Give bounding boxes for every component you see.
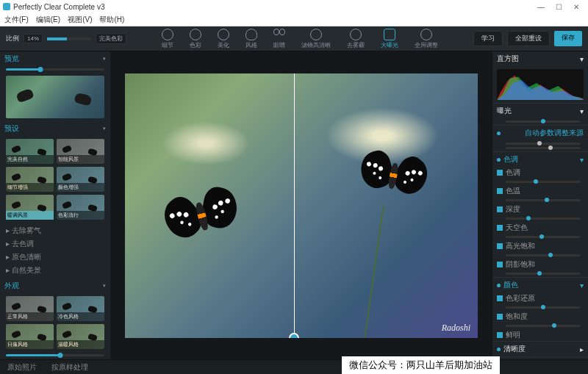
exposure-slider[interactable] (506, 121, 581, 123)
reset-all-button[interactable]: 全部重设 (507, 31, 550, 46)
preview-image[interactable]: Radoshi (125, 73, 478, 338)
tool-face[interactable]: 美化 (218, 29, 229, 49)
menu-bar: 文件(F) 编辑(E) 视图(V) 帮助(H) (0, 13, 588, 26)
preset-thumb[interactable]: 智能风景 (57, 139, 104, 164)
splitter-handle-icon[interactable] (289, 333, 299, 338)
palette-icon (190, 29, 201, 40)
slider-label: 色彩还原 (506, 293, 535, 303)
slider-row: 饱和度 (492, 311, 588, 323)
tool-label: 去雾霾 (347, 41, 365, 49)
toolbar: 比例 14% 完美色彩 细节色彩美化风格眼睛滤镜高清晰去雾霾大曝光全局调整 学习… (0, 26, 588, 51)
look-thumb[interactable]: 冷色风格 (57, 296, 104, 321)
checkbox[interactable] (497, 188, 503, 194)
tool-label: 眼睛 (273, 41, 285, 49)
slider-row: 深度 (492, 204, 588, 215)
tool-palette[interactable]: 色彩 (190, 29, 201, 49)
tool-label: 风格 (245, 41, 257, 49)
presets-header[interactable]: 预设▾ (0, 121, 110, 136)
auto-params-header[interactable]: 自动参数调整来源 (492, 126, 588, 140)
checkbox[interactable] (497, 206, 503, 212)
tool-frame[interactable]: 大曝光 (381, 29, 398, 49)
auto-slider-2[interactable] (506, 147, 581, 149)
menu-view[interactable]: 视图(V) (68, 15, 92, 25)
color-slider[interactable] (506, 325, 581, 327)
preset-item[interactable]: ▸ 自然美景 (6, 264, 104, 277)
compare-splitter[interactable] (294, 73, 295, 338)
save-button[interactable]: 保存 (554, 31, 582, 46)
app-icon (3, 3, 10, 10)
look-caption: 冷色风格 (57, 312, 104, 321)
exposure-header[interactable]: 曝光▾ (492, 104, 588, 118)
zoom-slider[interactable] (47, 37, 91, 40)
preset-item[interactable]: ▸ 去除雾气 (6, 224, 104, 237)
preview-header[interactable]: 预览▾ (0, 51, 110, 66)
maximize-button[interactable]: ☐ (550, 3, 567, 11)
fit-button[interactable]: 完美色彩 (96, 33, 126, 44)
look-thumb[interactable]: 温暖风格 (57, 324, 104, 349)
color-slider[interactable] (506, 306, 581, 309)
frame-icon (384, 29, 395, 40)
preview-thumbnail (6, 76, 104, 118)
slider-label: 色温 (506, 186, 520, 196)
tone-header[interactable]: 色调▾ (492, 152, 588, 167)
menu-edit[interactable]: 编辑(E) (36, 15, 60, 25)
tool-tabs: 细节色彩美化风格眼睛滤镜高清晰去雾霾大曝光全局调整 (131, 29, 469, 49)
checkbox[interactable] (497, 314, 503, 320)
tool-eyes[interactable]: 眼睛 (273, 29, 285, 49)
clarity-header[interactable]: 清晰度▸ (492, 342, 588, 356)
look-caption: 正常风格 (6, 312, 54, 321)
menu-file[interactable]: 文件(F) (4, 15, 29, 25)
menu-help[interactable]: 帮助(H) (99, 15, 124, 25)
checkbox[interactable] (497, 295, 503, 301)
tool-equalizer[interactable]: 滤镜高清晰 (301, 29, 331, 49)
tone-slider[interactable] (506, 217, 581, 220)
look-caption: 日落风格 (6, 340, 54, 349)
vivid-checkbox-row[interactable]: 鲜明 (492, 329, 588, 341)
slider-row: 天空色 (492, 222, 588, 234)
minimize-button[interactable]: — (532, 3, 550, 11)
looks-header[interactable]: 外观▾ (0, 278, 110, 293)
checkbox[interactable] (497, 170, 503, 176)
right-panel: 直方图▾ 曝光▾ 自动参数调整来源 色调▾ 色调色温深度天空色高光饱和阴影饱和 … (492, 51, 588, 359)
tool-globe[interactable]: 全局调整 (415, 29, 438, 49)
tone-slider[interactable] (506, 181, 581, 183)
preset-thumb[interactable]: 细节增强 (6, 167, 54, 192)
color-header[interactable]: 颜色▾ (492, 278, 588, 292)
detail-header[interactable]: 细节▸ (492, 357, 588, 359)
checkbox[interactable] (497, 262, 503, 267)
zoom-label: 比例 (6, 34, 19, 43)
slider-label: 饱和度 (506, 312, 528, 322)
left-panel: 预览▾ 预设▾ 完美自然智能风景细节增强颜色增强暖调风景色彩流行 ▸ 去除雾气▸… (0, 51, 110, 359)
preset-thumb[interactable]: 暖调风景 (6, 195, 54, 220)
preset-thumb[interactable]: 色彩流行 (57, 195, 104, 220)
cloud-icon (245, 29, 257, 40)
preset-thumb[interactable]: 颜色增强 (57, 167, 104, 192)
slider-label: 深度 (506, 204, 520, 215)
auto-slider-1[interactable] (506, 143, 581, 145)
look-thumb[interactable]: 正常风格 (6, 296, 54, 321)
histogram-header[interactable]: 直方图▾ (492, 51, 588, 66)
preset-caption: 完美自然 (6, 155, 54, 164)
look-thumb[interactable]: 日落风格 (6, 324, 54, 349)
tone-slider[interactable] (506, 236, 581, 238)
preset-item[interactable]: ▸ 去色调 (6, 237, 104, 251)
learn-button[interactable]: 学习 (473, 31, 503, 46)
status-original: 原始照片 (7, 362, 37, 373)
tool-label: 大曝光 (381, 41, 398, 49)
tone-slider[interactable] (506, 273, 581, 275)
preset-caption: 颜色增强 (57, 183, 104, 192)
zoom-value[interactable]: 14% (24, 34, 43, 43)
checkbox[interactable] (497, 225, 503, 231)
tool-cloud[interactable]: 风格 (245, 29, 257, 49)
checkbox[interactable] (497, 243, 503, 249)
looks-slider[interactable] (6, 354, 104, 356)
tone-slider[interactable] (506, 254, 581, 256)
preset-caption: 暖调风景 (6, 211, 54, 220)
tone-slider[interactable] (506, 199, 581, 201)
preview-slider[interactable] (6, 68, 104, 71)
tool-wave[interactable]: 去雾霾 (347, 29, 365, 49)
preset-item[interactable]: ▸ 原色清晰 (6, 251, 104, 264)
close-button[interactable]: ✕ (567, 3, 585, 11)
tool-quill[interactable]: 细节 (162, 29, 173, 49)
preset-thumb[interactable]: 完美自然 (6, 139, 54, 164)
